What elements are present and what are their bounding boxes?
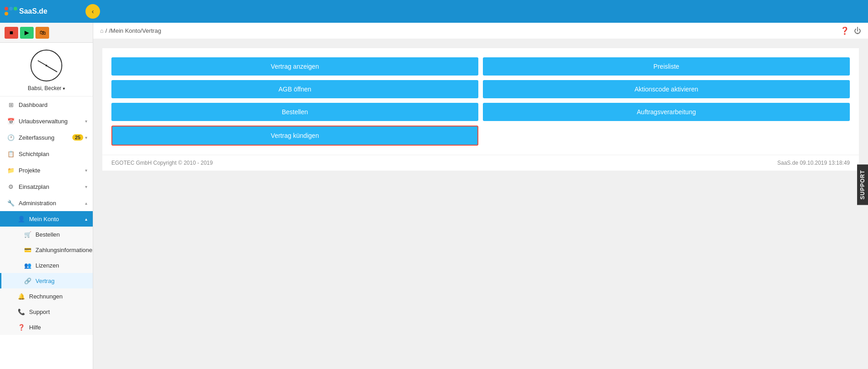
agb-offnen-button[interactable]: AGB öffnen [111,80,478,98]
sidebar-item-zeiterfassung[interactable]: 🕐 Zeiterfassung 25 ▾ [0,129,93,146]
sidebar-subitem-label: Support [29,308,50,315]
support-tab[interactable]: SUPPORT [857,164,868,205]
chevron-down-icon: ▴ [85,201,87,206]
zahlungsinformationen-icon: 💳 [24,246,32,254]
chevron-down-icon: ▾ [85,119,87,124]
sidebar-item-einsatzplan[interactable]: ⚙ Einsatzplan ▾ [0,178,93,195]
sidebar-subitem-label: Bestellen [35,231,60,238]
projekte-icon: 📁 [7,166,15,174]
sidebar-item-label: Administration [19,200,85,207]
content-area: ⌂ / /Mein Konto/Vertrag ❓ ⏻ Vertrag anze… [93,23,868,369]
main-layout: ■ ▶ 🛍 Babsi, Becker ⊞ Dashboard 📅 Urlaub… [0,23,868,369]
breadcrumb-path: /Mein Konto/Vertrag [109,27,161,34]
sidebar-item-dashboard[interactable]: ⊞ Dashboard [0,96,93,113]
sidebar-subitem-label: Rechnungen [29,293,63,300]
chevron-down-icon: ▾ [85,168,87,173]
logo-dot [5,7,8,10]
sidebar-item-urlaubsverwaltung[interactable]: 📅 Urlaubsverwaltung ▾ [0,113,93,129]
zeiterfassung-icon: 🕐 [7,133,15,142]
logo-dot [14,7,17,10]
mein-konto-icon: 👤 [17,215,25,223]
sidebar-subitem-vertrag[interactable]: 🔗 Vertrag [0,273,93,288]
chevron-down-icon: ▾ [85,135,87,140]
vertrag-kuendigen-button[interactable]: Vertrag kündigen [111,126,478,146]
sidebar-item-label: Urlaubsverwaltung [19,118,85,125]
preisliste-button[interactable]: Preisliste [483,57,850,76]
power-button[interactable]: ⏻ [854,26,861,35]
clock-minute-hand [46,65,58,72]
button-grid: Vertrag anzeigen Preisliste AGB öffnen A… [102,48,859,155]
sidebar-item-label: Schichtplan [19,151,87,157]
sidebar-subitem-bestellen[interactable]: 🛒 Bestellen [0,227,93,242]
breadcrumb-bar: ⌂ / /Mein Konto/Vertrag ❓ ⏻ [93,23,868,39]
sidebar: ■ ▶ 🛍 Babsi, Becker ⊞ Dashboard 📅 Urlaub… [0,23,93,369]
urlaubsverwaltung-icon: 📅 [7,117,15,125]
sidebar-subitem-rechnungen[interactable]: 🔔 Rechnungen [0,288,93,304]
stop-button[interactable]: ■ [5,27,18,39]
support-icon: 📞 [17,308,25,316]
sidebar-item-administration[interactable]: 🔧 Administration ▴ [0,195,93,211]
chevron-down-icon: ▾ [85,184,87,189]
sidebar-item-label: Dashboard [19,101,87,108]
top-bar: SaaS.de ‹ [0,0,868,23]
sidebar-subitem-label: Hilfe [29,324,41,331]
hilfe-icon: ❓ [17,323,25,331]
auftragsverarbeitung-button[interactable]: Auftragsverarbeitung [483,103,850,121]
chevron-up-icon: ▴ [85,217,87,222]
logo: SaaS.de [5,7,47,16]
aktionscode-aktivieren-button[interactable]: Aktionscode aktivieren [483,80,850,98]
sidebar-subitem-label: Zahlungsinformationen [35,247,93,253]
rechnungen-icon: 🔔 [17,292,25,300]
app-title: SaaS.de [19,7,47,15]
copyright-text: EGOTEC GmbH Copyright © 2010 - 2019 [111,160,213,166]
einsatzplan-icon: ⚙ [7,182,15,191]
logo-dot [5,12,8,15]
sidebar-item-label: Projekte [19,167,85,174]
lizenzen-icon: 👥 [24,261,32,269]
sidebar-item-label: Zeiterfassung [19,134,72,141]
timestamp-text: SaaS.de 09.10.2019 13:18:49 [778,160,850,166]
sidebar-subitem-hilfe[interactable]: ❓ Hilfe [0,319,93,335]
sidebar-item-label: Einsatzplan [19,183,85,190]
vertrag-icon: 🔗 [24,277,32,285]
breadcrumb-actions: ❓ ⏻ [840,26,861,35]
logo-dots [5,7,17,16]
toolbar-controls: ■ ▶ 🛍 [5,27,49,39]
breadcrumb-separator: / [105,27,107,34]
administration-icon: 🔧 [7,199,15,207]
sidebar-subitem-lizenzen[interactable]: 👥 Lizenzen [0,258,93,273]
user-name[interactable]: Babsi, Becker [28,85,65,91]
help-button[interactable]: ❓ [840,26,849,35]
sidebar-item-schichtplan[interactable]: 📋 Schichtplan [0,146,93,162]
bag-button[interactable]: 🛍 [35,27,49,39]
toolbar: ■ ▶ 🛍 [0,23,93,43]
sidebar-subitem-label: Vertrag [35,278,55,284]
schichtplan-icon: 📋 [7,150,15,158]
bestellen-icon: 🛒 [24,230,32,238]
sidebar-item-projekte[interactable]: 📁 Projekte ▾ [0,162,93,178]
clock-hour-hand [37,60,46,66]
footer-bar: EGOTEC GmbH Copyright © 2010 - 2019 SaaS… [102,155,859,171]
logo-dot [9,7,13,10]
page-content: Vertrag anzeigen Preisliste AGB öffnen A… [93,39,868,369]
sidebar-subitem-support[interactable]: 📞 Support [0,304,93,319]
home-icon: ⌂ [100,27,104,34]
vertrag-anzeigen-button[interactable]: Vertrag anzeigen [111,57,478,76]
sidebar-user: Babsi, Becker [0,43,93,96]
sidebar-subitem-mein-konto[interactable]: 👤 Mein Konto ▴ [0,211,93,227]
dashboard-icon: ⊞ [7,101,15,109]
breadcrumb: ⌂ / /Mein Konto/Vertrag [100,27,161,34]
sidebar-subitem-label: Lizenzen [35,262,59,269]
sidebar-subitem-label: Mein Konto [29,216,59,222]
bestellen-button[interactable]: Bestellen [111,103,478,121]
play-button[interactable]: ▶ [20,27,34,39]
collapse-sidebar-button[interactable]: ‹ [85,4,100,19]
zeiterfassung-badge: 25 [72,134,83,141]
clock [30,50,62,81]
sidebar-subitem-zahlungsinformationen[interactable]: 💳 Zahlungsinformationen [0,242,93,258]
